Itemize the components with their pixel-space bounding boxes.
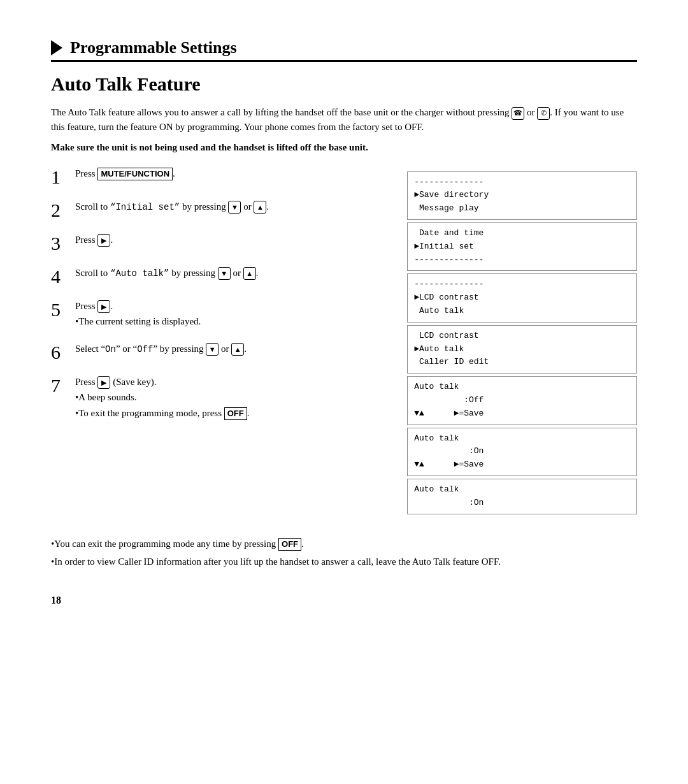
arrow-icon (51, 40, 62, 55)
step-content-7: Press ▶ (Save key). •A beep sounds. •To … (75, 375, 388, 421)
step-content-2: Scroll to “Initial set” by pressing ▼ or… (75, 200, 388, 214)
footer-note-1: •You can exit the programming mode any t… (51, 536, 637, 551)
intro-paragraph: The Auto Talk feature allows you to answ… (51, 105, 637, 134)
step-1: 1 Press MUTE/FUNCTION. (51, 166, 388, 187)
step-number-4: 4 (51, 266, 69, 286)
step-number-6: 6 (51, 342, 69, 362)
step-4: 4 Scroll to “Auto talk” by pressing ▼ or… (51, 266, 388, 286)
up-arrow-icon-6: ▲ (231, 343, 244, 356)
lcd-screen-6: Auto talk :On ▼▲ ►=Save (407, 428, 637, 476)
off-key-inline: OFF (224, 407, 247, 420)
step-3: 3 Press ▶. (51, 233, 388, 253)
section-header: Programmable Settings (51, 38, 637, 62)
right-arrow-icon-3: ▶ (97, 234, 110, 247)
step-7-bullet-2: •To exit the programming mode, press OFF… (75, 406, 388, 421)
up-arrow-icon: ▲ (254, 201, 266, 214)
step-5-bullet: •The current setting is displayed. (75, 314, 388, 329)
step-6: 6 Select “On” or “Off” by pressing ▼ or … (51, 342, 388, 362)
step-content-4: Scroll to “Auto talk” by pressing ▼ or ▲… (75, 266, 388, 280)
lcd-screen-4: LCD contrast ►Auto talk Caller ID edit (407, 325, 637, 374)
step-content-3: Press ▶. (75, 233, 388, 247)
footer-note-2: •In order to view Caller ID information … (51, 554, 637, 569)
page-title: Auto Talk Feature (51, 73, 637, 95)
step-2: 2 Scroll to “Initial set” by pressing ▼ … (51, 200, 388, 220)
steps-left: 1 Press MUTE/FUNCTION. 2 Scroll to “Init… (51, 166, 388, 517)
steps-right: -------------- ►Save directory Message p… (407, 166, 637, 517)
page-number: 18 (51, 595, 637, 606)
steps-container: 1 Press MUTE/FUNCTION. 2 Scroll to “Init… (51, 166, 637, 517)
step-content-6: Select “On” or “Off” by pressing ▼ or ▲. (75, 342, 388, 356)
lcd-screen-5: Auto talk :Off ▼▲ ►=Save (407, 376, 637, 425)
phone-icon: ☎ (512, 107, 524, 120)
step-content-5: Press ▶. •The current setting is display… (75, 299, 388, 329)
intro-bold-note: Make sure the unit is not being used and… (51, 140, 637, 155)
lcd-screen-3: -------------- ►LCD contrast Auto talk (407, 273, 637, 322)
step-7: 7 Press ▶ (Save key). •A beep sounds. •T… (51, 375, 388, 421)
handset-icon: ✆ (537, 107, 550, 120)
section-title: Programmable Settings (70, 38, 237, 57)
footer-notes: •You can exit the programming mode any t… (51, 536, 637, 569)
down-arrow-icon: ▼ (228, 201, 241, 214)
lcd-screen-1: -------------- ►Save directory Message p… (407, 171, 637, 220)
lcd-screen-2: Date and time ►Initial set -------------… (407, 222, 637, 271)
step-7-bullet-1: •A beep sounds. (75, 390, 388, 405)
down-arrow-icon-4: ▼ (218, 267, 231, 280)
off-key-footer: OFF (278, 538, 301, 551)
down-arrow-icon-6: ▼ (206, 343, 219, 356)
step-number-1: 1 (51, 166, 69, 187)
lcd-screen-7: Auto talk :On (407, 479, 637, 514)
step-number-3: 3 (51, 233, 69, 253)
up-arrow-icon-4: ▲ (243, 267, 256, 280)
step-content-1: Press MUTE/FUNCTION. (75, 166, 388, 181)
right-arrow-icon-5: ▶ (97, 300, 110, 313)
step-5: 5 Press ▶. •The current setting is displ… (51, 299, 388, 329)
step-number-2: 2 (51, 200, 69, 220)
mute-function-key: MUTE/FUNCTION (97, 168, 173, 180)
right-arrow-icon-7: ▶ (97, 376, 110, 389)
step-number-7: 7 (51, 375, 69, 395)
step-number-5: 5 (51, 299, 69, 319)
